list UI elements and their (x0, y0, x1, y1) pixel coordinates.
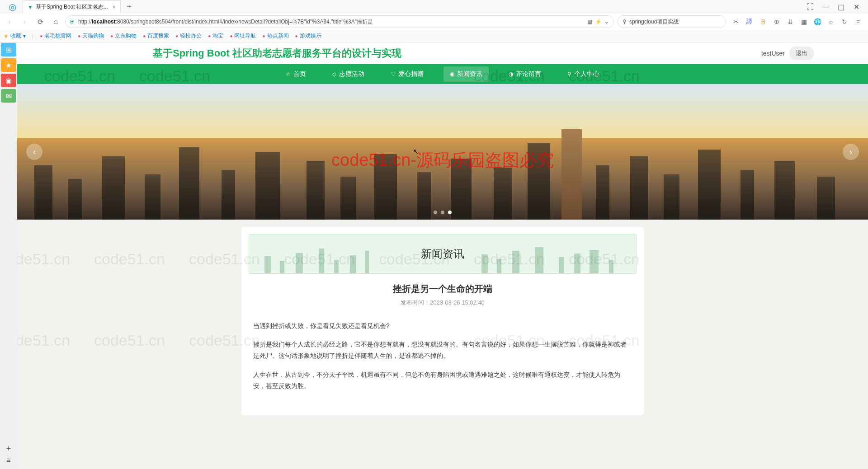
lightning-icon[interactable]: ⚡ (595, 19, 602, 25)
bookmark-item[interactable]: ●百度搜索 (143, 32, 169, 40)
close-window-icon[interactable]: ✕ (852, 2, 861, 11)
search-text: springcloud项目实战 (629, 18, 679, 26)
qr-icon[interactable]: ▦ (587, 19, 592, 25)
bookmark-item[interactable]: ●游戏娱乐 (295, 32, 321, 40)
apps-icon[interactable]: ▦ (799, 17, 808, 26)
browser-tab[interactable]: ▼ 基于Spring Boot 社区助老志... × (23, 0, 121, 13)
address-bar: ‹ › ⟳ ⌂ ⛨ http://localhost:8080/springbo… (0, 14, 868, 30)
minimize-icon[interactable]: — (821, 2, 830, 11)
site-icon: ● (78, 33, 80, 38)
bookmark-item[interactable]: ●轻松办公 (175, 32, 202, 40)
star-icon: ★ (4, 33, 9, 39)
tab-bar: ◎ ▼ 基于Spring Boot 社区助老志... × + ⛶ — ▢ ✕ (0, 0, 868, 14)
globe-icon[interactable]: 🌐 (813, 17, 822, 26)
site-icon: ● (175, 33, 178, 38)
search-input[interactable]: ⚲ springcloud项目实战 (618, 15, 726, 28)
site-icon: ● (262, 33, 265, 38)
tab-title: 基于Spring Boot 社区助老志... (36, 3, 108, 11)
site-icon: ● (230, 33, 232, 38)
screenshot-icon[interactable]: ⛶ (806, 2, 815, 11)
site-icon: ● (143, 33, 146, 38)
bookmark-item[interactable]: ●网址导航 (230, 32, 256, 40)
zoom-icon[interactable]: ⊕ (772, 17, 781, 26)
url-text: http://localhost:8080/springboot8s504/fr… (78, 18, 585, 26)
site-header: 基于Spring Boot 社区助老志愿者服务平台的设计与实现 testUser… (17, 42, 868, 43)
dropdown-icon[interactable]: ⌄ (604, 19, 609, 25)
site-icon: ● (110, 33, 113, 38)
bookmark-item[interactable]: ●淘宝 (208, 32, 223, 40)
scissors-icon[interactable]: ✂ (731, 17, 741, 26)
bookmark-item[interactable]: ●天猫购物 (78, 32, 104, 40)
left-dock: ⊞ ★ ◉ ✉ (0, 42, 17, 43)
vue-icon: ▼ (28, 4, 33, 10)
page-content: code51.cn code51.cn code51.cn code51.cn … (17, 42, 868, 43)
restore-icon[interactable]: ↻ (840, 17, 849, 26)
favorites-button[interactable]: ★ 收藏 ▾ (4, 32, 26, 40)
browser-chrome: ◎ ▼ 基于Spring Boot 社区助老志... × + ⛶ — ▢ ✕ ‹… (0, 0, 868, 43)
browser-logo-icon: ◎ (4, 0, 21, 13)
bookmark-item[interactable]: ●京东购物 (110, 32, 137, 40)
bookmark-item[interactable]: ●老毛桃官网 (40, 32, 71, 40)
url-input[interactable]: ⛨ http://localhost:8080/springboot8s504/… (65, 15, 614, 28)
refresh-button[interactable]: ⟳ (34, 16, 46, 28)
theme-icon[interactable]: ☼ (826, 17, 835, 26)
back-button[interactable]: ‹ (4, 16, 15, 28)
site-icon: ● (295, 33, 298, 38)
separator: | (32, 33, 33, 39)
translate-icon[interactable]: 譯 (745, 17, 754, 26)
security-icon[interactable]: ⛨ (759, 17, 768, 26)
site-icon: ● (40, 33, 42, 38)
menu-icon[interactable]: ≡ (854, 17, 863, 26)
bookmarks-bar: ★ 收藏 ▾ | ●老毛桃官网 ●天猫购物 ●京东购物 ●百度搜索 ●轻松办公 … (0, 30, 868, 42)
new-tab-button[interactable]: + (124, 3, 134, 11)
home-button[interactable]: ⌂ (50, 16, 61, 28)
search-icon: ⚲ (623, 19, 627, 25)
forward-button[interactable]: › (19, 16, 31, 28)
bookmark-item[interactable]: ●热点新闻 (262, 32, 288, 40)
site-icon: ● (208, 33, 211, 38)
shield-icon: ⛨ (70, 19, 75, 25)
close-tab-icon[interactable]: × (113, 4, 116, 10)
download-icon[interactable]: ⇊ (786, 17, 795, 26)
maximize-icon[interactable]: ▢ (836, 2, 845, 11)
